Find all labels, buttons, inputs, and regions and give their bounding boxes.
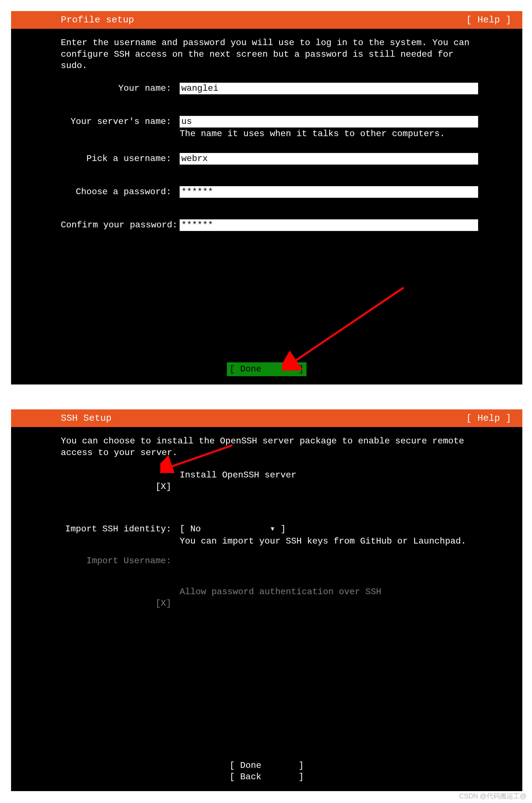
ssh-body: You can choose to install the OpenSSH se… xyxy=(11,427,522,754)
name-input[interactable]: wanglei xyxy=(179,83,478,94)
done-button[interactable]: [ Done ] xyxy=(227,362,307,376)
profile-setup-screen: Profile setup [ Help ] Enter the usernam… xyxy=(11,11,522,384)
install-openssh-label: Install OpenSSH server xyxy=(179,470,511,504)
titlebar: SSH Setup [ Help ] xyxy=(11,409,522,427)
server-hint: The name it uses when it talks to other … xyxy=(179,128,478,140)
password-input[interactable]: ****** xyxy=(179,186,478,198)
intro-text: You can choose to install the OpenSSH se… xyxy=(61,435,511,458)
install-openssh-checkbox[interactable]: [X] xyxy=(155,481,171,492)
watermark: CSDN @代码搬运工@ xyxy=(459,792,527,800)
server-row: Your server's name: us The name it uses … xyxy=(61,116,511,140)
titlebar: Profile setup [ Help ] xyxy=(11,11,522,29)
page-title: Profile setup xyxy=(61,14,134,26)
name-row: Your name: wanglei xyxy=(61,83,511,94)
install-openssh-row: [X] Install OpenSSH server xyxy=(61,470,511,504)
import-username-label: Import Username: xyxy=(61,555,179,567)
username-input[interactable]: webrx xyxy=(179,153,478,165)
help-button[interactable]: [ Help ] xyxy=(466,14,511,26)
username-row: Pick a username: webrx xyxy=(61,153,511,165)
help-button[interactable]: [ Help ] xyxy=(466,412,511,424)
done-button[interactable]: [ Done ] xyxy=(11,760,522,771)
import-identity-hint: You can import your SSH keys from GitHub… xyxy=(179,535,511,547)
allow-password-row: [X] Allow password authentication over S… xyxy=(61,586,511,621)
allow-password-checkbox[interactable]: [X] xyxy=(155,598,171,608)
confirm-label: Confirm your password: xyxy=(61,219,179,231)
footer: [ Done ] [ Back ] xyxy=(11,754,522,791)
import-identity-row: Import SSH identity: [ No ▾ ] You can im… xyxy=(61,523,511,547)
username-label: Pick a username: xyxy=(61,153,179,165)
confirm-row: Confirm your password: ****** xyxy=(61,219,511,231)
ssh-setup-screen: SSH Setup [ Help ] You can choose to ins… xyxy=(11,409,522,791)
page-title: SSH Setup xyxy=(61,412,112,424)
password-row: Choose a password: ****** xyxy=(61,186,511,198)
confirm-input[interactable]: ****** xyxy=(179,219,478,231)
profile-body: Enter the username and password you will… xyxy=(11,29,522,357)
back-button[interactable]: [ Back ] xyxy=(11,771,522,783)
server-label: Your server's name: xyxy=(61,116,179,128)
intro-text: Enter the username and password you will… xyxy=(61,37,511,72)
footer: [ Done ] xyxy=(11,357,522,384)
server-input[interactable]: us xyxy=(179,116,478,128)
allow-password-label: Allow password authentication over SSH xyxy=(179,586,511,621)
import-identity-label: Import SSH identity: xyxy=(61,523,179,547)
import-identity-dropdown[interactable]: [ No ▾ ] xyxy=(179,524,286,534)
password-label: Choose a password: xyxy=(61,186,179,198)
name-label: Your name: xyxy=(61,83,179,94)
import-username-row: Import Username: xyxy=(61,555,511,567)
